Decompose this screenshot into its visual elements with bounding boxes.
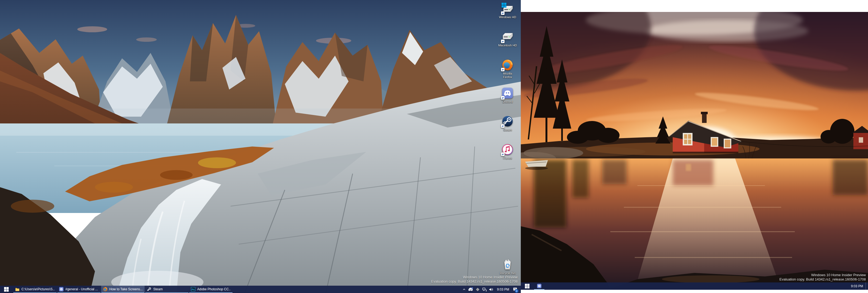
start-button[interactable] <box>521 283 533 290</box>
watermark-line1: Windows 10 Home Insider Preview <box>431 275 518 280</box>
desktop-icon-steam[interactable]: Steam <box>497 115 518 132</box>
watermark-line2: Evaluation copy. Build 14342.rs1_release… <box>780 277 866 282</box>
taskbar-clock[interactable]: 9:03 PM <box>495 288 512 291</box>
notification-count-badge: 8 <box>515 289 518 293</box>
discord-icon <box>59 287 63 291</box>
taskbar-clock[interactable]: 9:03 PM <box>848 283 866 290</box>
desktop-icon-label: iTunes <box>503 156 512 160</box>
system-tray: 9:03 PM 8 <box>461 286 521 293</box>
taskbar-empty-space <box>232 286 461 293</box>
firefox-icon <box>103 287 107 291</box>
steam-icon <box>501 115 514 127</box>
steam-icon <box>147 287 151 291</box>
taskbar-item-file-explorer[interactable]: C:\Users\e\Pictures\S... <box>13 286 57 293</box>
show-desktop-button[interactable] <box>866 283 868 290</box>
svg-text:Ps: Ps <box>192 288 195 291</box>
discord-icon <box>537 284 541 288</box>
file-explorer-icon <box>15 287 20 291</box>
macintosh-hd-drive-icon <box>501 30 514 43</box>
desktop-icon-windows-hd[interactable]: Windows HD <box>497 2 518 19</box>
desktop-icon-label: Recycle Bin <box>500 271 516 275</box>
taskbar-item-label: Steam <box>153 287 163 291</box>
discord-icon <box>501 87 514 99</box>
desktop-icon-label: Discord <box>502 100 513 104</box>
wallpaper-sunset-lake-cabin <box>521 12 868 290</box>
taskbar-item-label: Adobe Photoshop CC... <box>197 287 230 291</box>
shortcut-arrow-icon <box>501 11 504 15</box>
desktop-icon-itunes[interactable]: iTunes <box>497 143 518 160</box>
taskbar-right: 9:03 PM <box>521 283 868 290</box>
taskbar-item-discord[interactable]: #general - Unofficial ... <box>57 286 101 293</box>
taskbar-item-label: How to Take Screens... <box>109 287 143 291</box>
shortcut-arrow-icon <box>501 152 504 156</box>
taskbar-item-firefox[interactable]: How to Take Screens... <box>101 286 145 293</box>
monitor-right: Windows 10 Home Insider Preview Evaluati… <box>521 12 868 290</box>
watermark-line2: Evaluation copy. Build 14342.rs1_release… <box>431 280 518 284</box>
taskbar-empty-space <box>545 283 848 290</box>
photoshop-icon: Ps <box>191 287 195 291</box>
taskbar-left: C:\Users\e\Pictures\S... #general - Unof… <box>0 286 521 293</box>
windows-logo-icon <box>525 284 529 288</box>
firefox-icon <box>501 59 514 71</box>
desktop-icon-label: Mozilla Firefox <box>498 72 517 79</box>
shortcut-arrow-icon <box>501 124 504 128</box>
taskbar-item-discord[interactable] <box>534 283 545 290</box>
shortcut-arrow-icon <box>501 96 504 99</box>
desktop-icon-firefox[interactable]: Mozilla Firefox <box>497 59 518 79</box>
tray-chevron-up-icon[interactable] <box>461 286 467 293</box>
tray-discord-icon[interactable] <box>467 286 474 293</box>
desktop-icon-label: Steam <box>503 128 512 132</box>
windows-logo-icon <box>4 287 9 292</box>
evaluation-watermark: Windows 10 Home Insider Preview Evaluati… <box>780 273 866 282</box>
windows-hd-drive-icon <box>501 2 514 14</box>
action-center-icon[interactable]: 8 <box>512 286 518 293</box>
desktop-icon-label: Macintosh HD <box>498 44 517 47</box>
monitor-left: Windows HD Macintosh HD <box>0 0 521 293</box>
start-button[interactable] <box>0 286 13 293</box>
shortcut-arrow-icon <box>501 68 504 71</box>
desktop-icon-discord[interactable]: Discord <box>497 87 518 104</box>
evaluation-watermark: Windows 10 Home Insider Preview Evaluati… <box>431 275 518 284</box>
wallpaper-fjord-mountains <box>0 0 521 293</box>
tray-network-icon[interactable] <box>481 286 488 293</box>
itunes-icon <box>501 143 514 156</box>
tray-diamond-icon[interactable] <box>474 286 481 293</box>
desktop-icon-recycle-bin[interactable]: Recycle Bin <box>497 258 518 275</box>
recycle-bin-icon <box>501 258 514 271</box>
taskbar-item-label: #general - Unofficial ... <box>65 287 98 291</box>
taskbar-item-label: C:\Users\e\Pictures\S... <box>22 287 55 291</box>
dual-monitor-desktop: { "left_monitor": { "wallpaper": "arctic… <box>0 0 868 293</box>
watermark-line1: Windows 10 Home Insider Preview <box>780 273 866 277</box>
tray-volume-icon[interactable] <box>488 286 495 293</box>
desktop-icon-macintosh-hd[interactable]: Macintosh HD <box>497 30 518 47</box>
taskbar-item-photoshop[interactable]: Ps Adobe Photoshop CC... <box>189 286 232 293</box>
taskbar-item-steam[interactable]: Steam <box>145 286 188 293</box>
desktop-icon-label: Windows HD <box>499 16 516 19</box>
shortcut-arrow-icon <box>501 39 504 43</box>
